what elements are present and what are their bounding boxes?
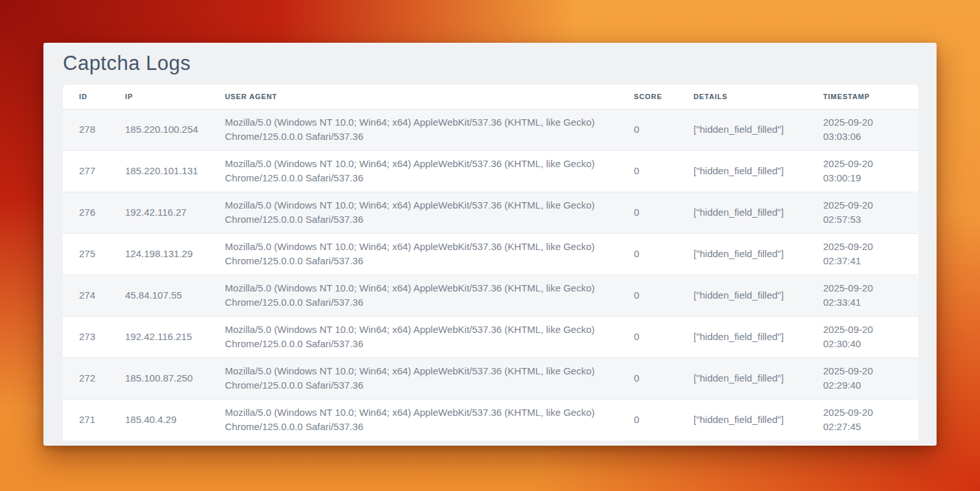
- cell-ip: 185.220.101.131: [109, 150, 209, 192]
- table-row: 278185.220.100.254Mozilla/5.0 (Windows N…: [63, 109, 918, 150]
- captcha-logs-table-container: IDIPUSER AGENTSCOREDETAILSTIMESTAMP 2781…: [63, 85, 918, 440]
- table-row: 275124.198.131.29Mozilla/5.0 (Windows NT…: [63, 233, 918, 275]
- cell-timestamp: 2025-09-20 03:00:19: [807, 150, 918, 192]
- cell-details: ["hidden_field_filled"]: [677, 233, 807, 275]
- cell-details: ["hidden_field_filled"]: [677, 358, 807, 399]
- cell-score: 0: [618, 109, 677, 150]
- captcha-logs-table: IDIPUSER AGENTSCOREDETAILSTIMESTAMP 2781…: [63, 85, 918, 440]
- cell-timestamp: 2025-09-20 02:33:41: [807, 275, 918, 316]
- table-row: 272185.100.87.250Mozilla/5.0 (Windows NT…: [63, 358, 918, 399]
- cell-details: ["hidden_field_filled"]: [677, 316, 807, 358]
- page-background: { "page": { "title": "Captcha Logs" }, "…: [0, 0, 980, 491]
- table-header-row: IDIPUSER AGENTSCOREDETAILSTIMESTAMP: [63, 85, 918, 109]
- cell-score: 0: [618, 150, 677, 192]
- cell-user_agent: Mozilla/5.0 (Windows NT 10.0; Win64; x64…: [209, 192, 618, 233]
- column-header-user_agent: USER AGENT: [209, 85, 618, 109]
- cell-details: ["hidden_field_filled"]: [677, 275, 807, 316]
- cell-details: ["hidden_field_filled"]: [677, 109, 807, 150]
- cell-score: 0: [618, 275, 677, 316]
- table-row: 27445.84.107.55Mozilla/5.0 (Windows NT 1…: [63, 275, 918, 316]
- cell-details: ["hidden_field_filled"]: [677, 192, 807, 233]
- cell-id: 274: [63, 275, 109, 316]
- cell-details: ["hidden_field_filled"]: [677, 150, 807, 192]
- cell-user_agent: Mozilla/5.0 (Windows NT 10.0; Win64; x64…: [209, 109, 618, 150]
- cell-user_agent: Mozilla/5.0 (Windows NT 10.0; Win64; x64…: [209, 316, 618, 358]
- cell-id: 272: [63, 358, 109, 399]
- cell-ip: 192.42.116.215: [109, 316, 209, 358]
- cell-id: 277: [63, 150, 109, 192]
- cell-id: 271: [63, 399, 109, 440]
- cell-user_agent: Mozilla/5.0 (Windows NT 10.0; Win64; x64…: [209, 150, 618, 192]
- cell-id: 273: [63, 316, 109, 358]
- cell-timestamp: 2025-09-20 02:30:40: [807, 316, 918, 358]
- cell-timestamp: 2025-09-20 02:57:53: [807, 192, 918, 233]
- cell-timestamp: 2025-09-20 02:29:40: [807, 358, 918, 399]
- cell-timestamp: 2025-09-20 03:03:06: [807, 109, 918, 150]
- cell-id: 278: [63, 109, 109, 150]
- cell-details: ["hidden_field_filled"]: [677, 399, 807, 440]
- captcha-logs-card: Captcha Logs IDIPUSER AGENTSCOREDETAILST…: [43, 43, 937, 446]
- cell-user_agent: Mozilla/5.0 (Windows NT 10.0; Win64; x64…: [209, 233, 618, 275]
- cell-timestamp: 2025-09-20 02:27:45: [807, 399, 918, 440]
- cell-ip: 192.42.116.27: [109, 192, 209, 233]
- column-header-id: ID: [63, 85, 109, 109]
- cell-ip: 124.198.131.29: [109, 233, 209, 275]
- column-header-details: DETAILS: [677, 85, 807, 109]
- page-title: Captcha Logs: [63, 52, 191, 75]
- column-header-score: SCORE: [618, 85, 677, 109]
- cell-id: 276: [63, 192, 109, 233]
- table-row: 273192.42.116.215Mozilla/5.0 (Windows NT…: [63, 316, 918, 358]
- cell-user_agent: Mozilla/5.0 (Windows NT 10.0; Win64; x64…: [209, 399, 618, 440]
- cell-ip: 185.220.100.254: [109, 109, 209, 150]
- table-row: 277185.220.101.131Mozilla/5.0 (Windows N…: [63, 150, 918, 192]
- cell-score: 0: [618, 192, 677, 233]
- cell-ip: 45.84.107.55: [109, 275, 209, 316]
- column-header-ip: IP: [109, 85, 209, 109]
- cell-score: 0: [618, 358, 677, 399]
- cell-score: 0: [618, 399, 677, 440]
- cell-id: 275: [63, 233, 109, 275]
- column-header-timestamp: TIMESTAMP: [807, 85, 918, 109]
- cell-score: 0: [618, 316, 677, 358]
- cell-ip: 185.100.87.250: [109, 358, 209, 399]
- cell-score: 0: [618, 233, 677, 275]
- cell-user_agent: Mozilla/5.0 (Windows NT 10.0; Win64; x64…: [209, 358, 618, 399]
- table-row: 271185.40.4.29Mozilla/5.0 (Windows NT 10…: [63, 399, 918, 440]
- cell-timestamp: 2025-09-20 02:37:41: [807, 233, 918, 275]
- table-row: 276192.42.116.27Mozilla/5.0 (Windows NT …: [63, 192, 918, 233]
- cell-user_agent: Mozilla/5.0 (Windows NT 10.0; Win64; x64…: [209, 275, 618, 316]
- cell-ip: 185.40.4.29: [109, 399, 209, 440]
